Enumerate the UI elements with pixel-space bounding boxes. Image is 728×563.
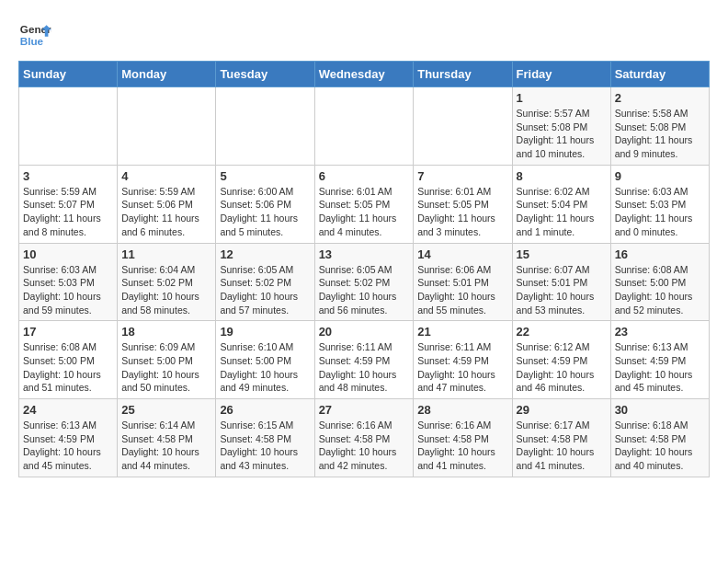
calendar-cell: 30Sunrise: 6:18 AM Sunset: 4:58 PM Dayli…	[610, 399, 709, 477]
day-info: Sunrise: 6:05 AM Sunset: 5:02 PM Dayligh…	[319, 263, 410, 317]
calendar-cell: 5Sunrise: 6:00 AM Sunset: 5:06 PM Daylig…	[216, 165, 314, 243]
day-info: Sunrise: 6:11 AM Sunset: 4:59 PM Dayligh…	[319, 340, 410, 395]
day-info: Sunrise: 6:04 AM Sunset: 5:02 PM Dayligh…	[121, 263, 211, 317]
day-info: Sunrise: 6:05 AM Sunset: 5:02 PM Dayligh…	[220, 263, 310, 317]
calendar-cell: 6Sunrise: 6:01 AM Sunset: 5:05 PM Daylig…	[314, 165, 414, 243]
day-info: Sunrise: 6:11 AM Sunset: 4:59 PM Dayligh…	[417, 340, 507, 395]
day-info: Sunrise: 5:58 AM Sunset: 5:08 PM Dayligh…	[615, 107, 705, 161]
day-info: Sunrise: 6:15 AM Sunset: 4:58 PM Dayligh…	[220, 419, 310, 473]
calendar-cell: 22Sunrise: 6:12 AM Sunset: 4:59 PM Dayli…	[512, 321, 610, 399]
day-info: Sunrise: 6:03 AM Sunset: 5:03 PM Dayligh…	[23, 263, 113, 317]
day-info: Sunrise: 6:08 AM Sunset: 5:00 PM Dayligh…	[615, 263, 705, 317]
calendar-cell	[314, 87, 414, 166]
calendar-cell: 2Sunrise: 5:58 AM Sunset: 5:08 PM Daylig…	[610, 87, 709, 166]
day-number: 3	[23, 169, 113, 183]
calendar-cell: 12Sunrise: 6:05 AM Sunset: 5:02 PM Dayli…	[216, 243, 314, 321]
day-number: 25	[121, 403, 211, 417]
day-number: 23	[615, 325, 705, 339]
day-number: 26	[220, 403, 310, 417]
calendar-week-row: 24Sunrise: 6:13 AM Sunset: 4:59 PM Dayli…	[19, 399, 710, 477]
calendar-cell: 9Sunrise: 6:03 AM Sunset: 5:03 PM Daylig…	[610, 165, 709, 243]
day-info: Sunrise: 6:02 AM Sunset: 5:04 PM Dayligh…	[517, 185, 607, 239]
weekday-header-cell: Wednesday	[314, 62, 414, 87]
day-info: Sunrise: 6:13 AM Sunset: 4:59 PM Dayligh…	[23, 419, 113, 473]
calendar-cell: 28Sunrise: 6:16 AM Sunset: 4:58 PM Dayli…	[414, 399, 512, 477]
weekday-header-cell: Sunday	[19, 62, 118, 87]
calendar-week-row: 3Sunrise: 5:59 AM Sunset: 5:07 PM Daylig…	[19, 165, 710, 243]
day-info: Sunrise: 6:10 AM Sunset: 5:00 PM Dayligh…	[220, 340, 310, 395]
day-number: 6	[319, 169, 410, 183]
calendar-cell: 19Sunrise: 6:10 AM Sunset: 5:00 PM Dayli…	[216, 321, 314, 399]
calendar-body: 1Sunrise: 5:57 AM Sunset: 5:08 PM Daylig…	[19, 87, 710, 477]
day-number: 17	[23, 325, 113, 339]
page-header: General Blue	[18, 18, 710, 52]
day-number: 1	[517, 91, 607, 105]
day-number: 7	[417, 169, 507, 183]
calendar-cell: 15Sunrise: 6:07 AM Sunset: 5:01 PM Dayli…	[512, 243, 610, 321]
day-info: Sunrise: 6:12 AM Sunset: 4:59 PM Dayligh…	[517, 340, 607, 395]
calendar-cell: 10Sunrise: 6:03 AM Sunset: 5:03 PM Dayli…	[19, 243, 118, 321]
weekday-header-cell: Tuesday	[216, 62, 314, 87]
svg-text:Blue: Blue	[20, 35, 44, 47]
day-info: Sunrise: 6:14 AM Sunset: 4:58 PM Dayligh…	[121, 419, 211, 473]
calendar-cell: 23Sunrise: 6:13 AM Sunset: 4:59 PM Dayli…	[610, 321, 709, 399]
calendar-cell: 25Sunrise: 6:14 AM Sunset: 4:58 PM Dayli…	[118, 399, 216, 477]
day-number: 15	[517, 247, 607, 261]
weekday-header-cell: Saturday	[610, 62, 709, 87]
day-number: 16	[615, 247, 705, 261]
day-info: Sunrise: 6:09 AM Sunset: 5:00 PM Dayligh…	[121, 340, 211, 395]
day-number: 21	[417, 325, 507, 339]
calendar-cell: 8Sunrise: 6:02 AM Sunset: 5:04 PM Daylig…	[512, 165, 610, 243]
day-number: 29	[517, 403, 607, 417]
day-info: Sunrise: 6:13 AM Sunset: 4:59 PM Dayligh…	[615, 340, 705, 395]
calendar-cell: 11Sunrise: 6:04 AM Sunset: 5:02 PM Dayli…	[118, 243, 216, 321]
calendar-week-row: 1Sunrise: 5:57 AM Sunset: 5:08 PM Daylig…	[19, 87, 710, 166]
calendar-week-row: 17Sunrise: 6:08 AM Sunset: 5:00 PM Dayli…	[19, 321, 710, 399]
calendar-cell: 24Sunrise: 6:13 AM Sunset: 4:59 PM Dayli…	[19, 399, 118, 477]
day-info: Sunrise: 6:08 AM Sunset: 5:00 PM Dayligh…	[23, 340, 113, 395]
day-number: 27	[319, 403, 410, 417]
calendar-cell	[118, 87, 216, 166]
day-info: Sunrise: 5:59 AM Sunset: 5:07 PM Dayligh…	[23, 185, 113, 239]
calendar-cell: 27Sunrise: 6:16 AM Sunset: 4:58 PM Dayli…	[314, 399, 414, 477]
day-number: 19	[220, 325, 310, 339]
logo: General Blue	[18, 18, 51, 52]
calendar-cell: 13Sunrise: 6:05 AM Sunset: 5:02 PM Dayli…	[314, 243, 414, 321]
weekday-header-cell: Thursday	[414, 62, 512, 87]
day-info: Sunrise: 5:57 AM Sunset: 5:08 PM Dayligh…	[517, 107, 607, 161]
calendar-cell	[414, 87, 512, 166]
calendar-cell: 14Sunrise: 6:06 AM Sunset: 5:01 PM Dayli…	[414, 243, 512, 321]
day-number: 8	[517, 169, 607, 183]
day-number: 30	[615, 403, 705, 417]
day-number: 9	[615, 169, 705, 183]
day-info: Sunrise: 6:07 AM Sunset: 5:01 PM Dayligh…	[517, 263, 607, 317]
day-number: 2	[615, 91, 705, 105]
day-info: Sunrise: 6:03 AM Sunset: 5:03 PM Dayligh…	[615, 185, 705, 239]
calendar-cell	[19, 87, 118, 166]
calendar-table: SundayMondayTuesdayWednesdayThursdayFrid…	[18, 61, 710, 477]
calendar-cell: 17Sunrise: 6:08 AM Sunset: 5:00 PM Dayli…	[19, 321, 118, 399]
day-number: 10	[23, 247, 113, 261]
calendar-cell: 4Sunrise: 5:59 AM Sunset: 5:06 PM Daylig…	[118, 165, 216, 243]
day-number: 12	[220, 247, 310, 261]
day-info: Sunrise: 6:16 AM Sunset: 4:58 PM Dayligh…	[417, 419, 507, 473]
calendar-cell: 3Sunrise: 5:59 AM Sunset: 5:07 PM Daylig…	[19, 165, 118, 243]
day-info: Sunrise: 6:01 AM Sunset: 5:05 PM Dayligh…	[319, 185, 410, 239]
weekday-header-cell: Friday	[512, 62, 610, 87]
day-number: 22	[517, 325, 607, 339]
day-number: 28	[417, 403, 507, 417]
day-info: Sunrise: 5:59 AM Sunset: 5:06 PM Dayligh…	[121, 185, 211, 239]
weekday-header-row: SundayMondayTuesdayWednesdayThursdayFrid…	[19, 62, 710, 87]
calendar-cell: 18Sunrise: 6:09 AM Sunset: 5:00 PM Dayli…	[118, 321, 216, 399]
day-number: 13	[319, 247, 410, 261]
calendar-cell: 7Sunrise: 6:01 AM Sunset: 5:05 PM Daylig…	[414, 165, 512, 243]
day-number: 11	[121, 247, 211, 261]
calendar-cell: 20Sunrise: 6:11 AM Sunset: 4:59 PM Dayli…	[314, 321, 414, 399]
calendar-cell: 29Sunrise: 6:17 AM Sunset: 4:58 PM Dayli…	[512, 399, 610, 477]
day-number: 24	[23, 403, 113, 417]
day-info: Sunrise: 6:18 AM Sunset: 4:58 PM Dayligh…	[615, 419, 705, 473]
calendar-cell: 21Sunrise: 6:11 AM Sunset: 4:59 PM Dayli…	[414, 321, 512, 399]
day-info: Sunrise: 6:17 AM Sunset: 4:58 PM Dayligh…	[517, 419, 607, 473]
day-number: 18	[121, 325, 211, 339]
calendar-cell: 1Sunrise: 5:57 AM Sunset: 5:08 PM Daylig…	[512, 87, 610, 166]
